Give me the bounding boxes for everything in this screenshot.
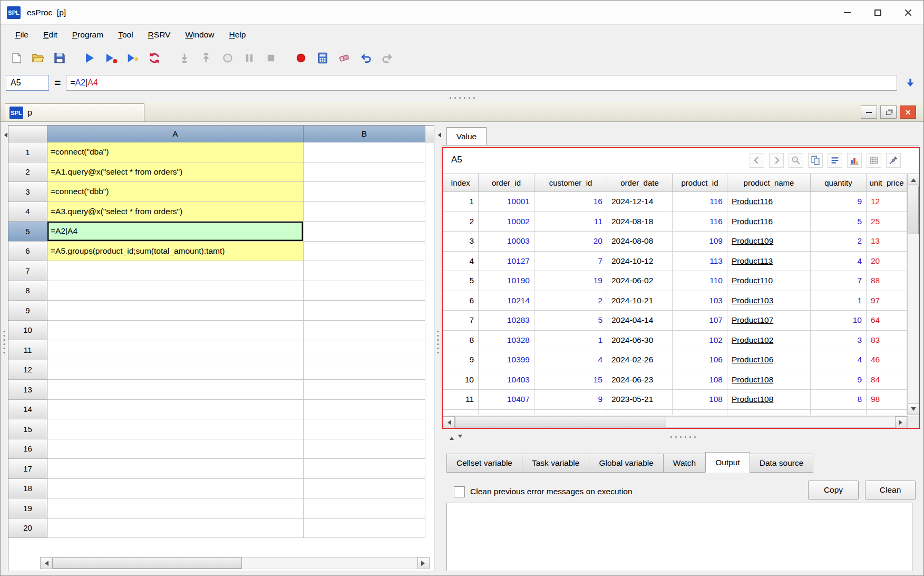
grid-cell-a[interactable] — [47, 360, 304, 380]
row-header[interactable]: 15 — [8, 419, 47, 439]
cell-customer-id[interactable]: 19 — [534, 271, 607, 291]
chart-button[interactable] — [847, 153, 862, 168]
menu-file[interactable]: File — [8, 27, 36, 42]
undo-button[interactable] — [356, 49, 375, 67]
cell-unit-price[interactable]: 46 — [867, 350, 907, 370]
grid-cell-b[interactable] — [304, 519, 425, 539]
row-header[interactable]: 3 — [8, 182, 47, 202]
row-header[interactable]: 5 — [8, 222, 47, 242]
cell-product-name[interactable]: Product106 — [727, 350, 811, 370]
cell-customer-id[interactable]: 2 — [534, 291, 607, 311]
cell-index[interactable]: 1 — [443, 192, 479, 212]
cell-product-name[interactable]: Product110 — [727, 271, 811, 291]
pin-button[interactable] — [886, 153, 901, 168]
cell-order-date[interactable]: 2024-12-14 — [607, 192, 673, 212]
row-header[interactable]: 14 — [8, 400, 47, 420]
cell-quantity[interactable]: 3 — [811, 331, 867, 351]
cell-order-date[interactable]: 2024-08-18 — [607, 212, 673, 232]
new-button[interactable] — [7, 49, 26, 67]
row-header[interactable]: 18 — [8, 479, 47, 499]
grid-cell-b[interactable] — [304, 419, 425, 439]
table-row[interactable]: 6 10214 2 2024-10-21 103 Product103 1 97 — [443, 291, 907, 311]
bottom-tab[interactable]: Task variable — [522, 454, 589, 473]
row-header[interactable]: 7 — [8, 261, 47, 281]
cell-quantity[interactable]: 9 — [811, 192, 867, 212]
cell-order-date[interactable]: 2024-04-14 — [607, 311, 673, 331]
output-console[interactable] — [446, 503, 912, 571]
cell-quantity[interactable]: 4 — [811, 350, 867, 370]
row-header[interactable]: 9 — [8, 301, 47, 321]
result-column-header[interactable]: product_name — [727, 174, 811, 192]
table-row[interactable]: 5 10190 19 2024-06-02 110 Product110 7 8… — [443, 271, 907, 291]
grid-cell-b[interactable] — [304, 498, 425, 519]
table-row[interactable]: 8 10328 1 2024-06-30 102 Product102 3 83 — [443, 331, 907, 351]
clear-button[interactable] — [335, 49, 354, 67]
row-header[interactable]: 2 — [8, 162, 47, 183]
cell-quantity[interactable]: 8 — [811, 390, 867, 410]
grid-cell-b[interactable] — [304, 242, 425, 262]
doc-minimize-button[interactable] — [861, 105, 877, 119]
grid-cell-a[interactable] — [47, 340, 304, 360]
row-header[interactable]: 11 — [8, 340, 47, 360]
cell-quantity[interactable]: 10 — [811, 311, 867, 331]
grid-cell-b[interactable] — [304, 281, 425, 301]
grid-cell-a[interactable] — [47, 380, 304, 400]
cell-customer-id[interactable]: 5 — [534, 311, 607, 331]
cell-index[interactable]: 4 — [443, 252, 479, 272]
cell-reference-box[interactable]: A5 — [6, 75, 49, 91]
grid-cell-a[interactable] — [47, 479, 304, 499]
cell-order-id[interactable]: 10003 — [479, 232, 534, 252]
result-horizontal-scrollbar[interactable] — [443, 416, 907, 428]
cell-product-id[interactable]: 109 — [673, 232, 727, 252]
table-row[interactable]: 4 10127 7 2024-10-12 113 Product113 4 20 — [443, 252, 907, 272]
cell-order-date[interactable]: 2024-06-02 — [607, 271, 673, 291]
grid-cell-b[interactable] — [304, 222, 425, 242]
cell-customer-id[interactable]: 9 — [534, 390, 607, 410]
cell-customer-id[interactable]: 11 — [534, 212, 607, 232]
row-header[interactable]: 13 — [8, 380, 47, 400]
scroll-track[interactable] — [908, 185, 919, 404]
cell-product-name[interactable]: Product108 — [727, 370, 811, 390]
formula-input[interactable]: = A2 | A4 — [66, 75, 897, 91]
column-header-a[interactable]: A — [47, 126, 304, 142]
grid-cell-a[interactable] — [47, 498, 304, 519]
grid-cell-b[interactable] — [304, 340, 425, 360]
result-column-header[interactable]: order_date — [607, 174, 673, 192]
cell-product-id[interactable]: 107 — [673, 311, 727, 331]
row-header[interactable]: 12 — [8, 360, 47, 380]
sheet-tab-p[interactable]: SPL p — [5, 103, 144, 121]
cell-index[interactable]: 5 — [443, 271, 479, 291]
cell-index[interactable]: 10 — [443, 370, 479, 390]
cell-order-id[interactable]: 10407 — [479, 390, 534, 410]
cell-unit-price[interactable]: 64 — [867, 311, 907, 331]
cell-product-id[interactable]: 113 — [673, 252, 727, 272]
cell-product-name[interactable]: Product109 — [727, 232, 811, 252]
grid-cell-a[interactable] — [47, 419, 304, 439]
save-button[interactable] — [50, 49, 69, 67]
pause-button[interactable] — [240, 49, 259, 67]
result-column-header[interactable]: order_id — [479, 174, 534, 192]
column-header-b[interactable]: B — [304, 126, 425, 142]
cell-customer-id[interactable]: 15 — [534, 370, 607, 390]
doc-restore-button[interactable] — [880, 105, 897, 119]
grid-cell-b[interactable] — [304, 182, 425, 202]
cell-order-id[interactable]: 10403 — [479, 370, 534, 390]
cell-product-name[interactable]: Product103 — [727, 291, 811, 311]
cell-order-id[interactable]: 10399 — [479, 350, 534, 370]
cell-unit-price[interactable]: 97 — [867, 291, 907, 311]
grid-cell-b[interactable] — [304, 301, 425, 321]
row-header[interactable]: 4 — [8, 202, 47, 222]
cell-index[interactable]: 11 — [443, 390, 479, 410]
grid-cell-b[interactable] — [304, 439, 425, 459]
result-column-header[interactable]: quantity — [811, 174, 867, 192]
cell-order-id[interactable]: 10127 — [479, 252, 534, 272]
cell-product-name[interactable]: Product102 — [727, 331, 811, 351]
cell-unit-price[interactable]: 1 — [867, 410, 907, 415]
cell-order-id[interactable]: 10435 — [479, 410, 534, 415]
cell-product-name[interactable]: Product116 — [727, 212, 811, 232]
row-header[interactable]: 20 — [8, 519, 47, 539]
calculator-button[interactable] — [313, 49, 332, 67]
cell-product-id[interactable]: 106 — [673, 350, 727, 370]
grid-cell-a[interactable]: =connect("dbb") — [47, 182, 304, 202]
table-row[interactable]: 10 10403 15 2024-06-23 108 Product108 9 … — [443, 370, 907, 390]
